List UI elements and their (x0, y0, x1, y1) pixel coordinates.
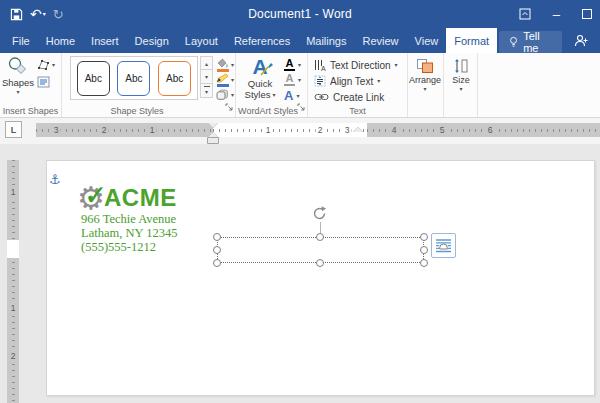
resize-handle-bottom-center[interactable] (316, 259, 324, 267)
shapes-button[interactable]: Shapes ▾ (3, 56, 33, 108)
arrange-icon (416, 58, 434, 74)
shape-style-option-2[interactable]: Abc (117, 61, 150, 96)
ribbon-display-options-icon (519, 8, 531, 20)
ruler-number: 4 (390, 125, 399, 135)
ruler-number: 3 (343, 125, 352, 135)
tab-review[interactable]: Review (355, 28, 407, 53)
group-label-wordart-styles: WordArt Styles (236, 106, 300, 116)
text-outline-icon: A (286, 73, 294, 83)
shape-outline-button[interactable]: ▾ (216, 73, 234, 86)
document-canvas: 1 1 2 ⚓ ⚙ ✓ ACME 966 Techie Avenue Latha… (0, 144, 600, 403)
resize-handle-bottom-left[interactable] (213, 259, 221, 267)
gallery-scroll-up-button[interactable]: ▴ (200, 56, 213, 70)
create-link-label: Create Link (333, 92, 384, 103)
tab-insert[interactable]: Insert (83, 28, 127, 53)
align-text-button[interactable]: Align Text ▾ (314, 74, 380, 88)
scroll-down-icon: ▾ (205, 73, 208, 80)
maximize-button[interactable] (582, 9, 592, 19)
quick-styles-label-line1: Quick (248, 78, 272, 89)
ruler-zone: L 3 2 1 1 2 3 4 5 6 (0, 118, 600, 144)
anchor-icon[interactable]: ⚓ (49, 173, 61, 186)
resize-handle-middle-right[interactable] (420, 246, 428, 254)
redo-button[interactable]: ↻ (53, 8, 64, 21)
brush-icon (259, 61, 275, 77)
sign-in-button[interactable] (562, 28, 600, 53)
dropdown-caret-icon: ▾ (298, 62, 301, 68)
quick-styles-button[interactable]: A Quick Styles▾ (240, 56, 280, 110)
text-direction-button[interactable]: A Text Direction ▾ (314, 58, 398, 72)
lightbulb-icon (509, 35, 518, 49)
text-outline-button[interactable]: A ▾ (284, 73, 301, 86)
rotation-handle[interactable] (311, 205, 328, 222)
address-line: 966 Techie Avenue (81, 212, 177, 226)
redo-icon: ↻ (53, 8, 64, 21)
gallery-scroll-down-button[interactable]: ▾ (200, 70, 213, 84)
shape-fill-accent (217, 69, 229, 72)
rotate-icon (311, 205, 328, 222)
resize-handle-middle-left[interactable] (213, 246, 221, 254)
document-page[interactable]: ⚓ ⚙ ✓ ACME 966 Techie Avenue Latham, NY … (46, 160, 595, 396)
indent-markers (207, 123, 219, 145)
quick-styles-label-line2: Styles (245, 89, 271, 100)
resize-handle-top-right[interactable] (420, 233, 428, 241)
minimize-button[interactable]: – (553, 8, 560, 21)
tab-format[interactable]: Format (446, 28, 497, 53)
save-button[interactable] (10, 8, 23, 21)
ribbon-tab-bar: File Home Insert Design Layout Reference… (0, 28, 600, 53)
create-link-button[interactable]: Create Link (314, 90, 384, 104)
dropdown-caret-icon: ▾ (298, 77, 301, 83)
tab-file[interactable]: File (4, 28, 38, 53)
ruler-number: 5 (438, 125, 447, 135)
gallery-more-button[interactable]: ▾ (200, 84, 213, 98)
right-indent-marker[interactable] (353, 127, 363, 132)
left-indent-marker[interactable] (208, 138, 218, 143)
size-button[interactable]: Size ▾ (445, 56, 477, 112)
text-fill-button[interactable]: A ▾ (284, 58, 301, 71)
text-direction-label: Text Direction (330, 60, 391, 71)
text-fill-icon: A (286, 58, 294, 68)
shape-style-option-1[interactable]: Abc (77, 61, 110, 96)
dropdown-caret-icon: ▾ (377, 78, 380, 84)
ribbon-group-wordart-styles: A Quick Styles▾ A ▾ A ▾ A ▾ WordArt Styl… (236, 53, 308, 117)
shape-fill-icon (216, 58, 229, 68)
resize-handle-top-left[interactable] (213, 233, 221, 241)
tab-home[interactable]: Home (38, 28, 83, 53)
chain-link-icon (314, 93, 329, 101)
tab-mailings[interactable]: Mailings (298, 28, 354, 53)
layout-options-button[interactable] (431, 233, 456, 258)
wordart-quick-styles-icon: A (252, 56, 267, 78)
tab-selector-button[interactable]: L (5, 121, 22, 138)
tab-view[interactable]: View (407, 28, 447, 53)
first-line-indent-marker[interactable] (208, 123, 218, 128)
address-block[interactable]: 966 Techie Avenue Latham, NY 12345 (555)… (81, 212, 177, 254)
ribbon: Shapes ▾ ▾ Insert Shapes Abc Abc Abc ▴ ▾ (0, 53, 600, 118)
vertical-ruler[interactable]: 1 1 2 (7, 160, 19, 403)
tell-me-box[interactable]: Tell me (499, 31, 562, 53)
resize-handle-bottom-right[interactable] (420, 259, 428, 267)
draw-text-box-button[interactable] (37, 76, 50, 88)
shape-styles-dialog-launcher[interactable] (225, 97, 233, 115)
tab-design[interactable]: Design (127, 28, 177, 53)
hanging-indent-marker[interactable] (208, 132, 218, 137)
ribbon-display-options-button[interactable] (519, 8, 531, 20)
dialog-launcher-icon (297, 103, 305, 111)
resize-handle-top-center[interactable] (316, 233, 324, 241)
shape-fill-button[interactable]: ▾ (216, 58, 234, 71)
undo-button[interactable]: ↶ ▾ (30, 7, 46, 21)
shape-style-option-3[interactable]: Abc (158, 61, 191, 96)
edit-shape-button[interactable]: ▾ (37, 59, 55, 71)
tell-me-label: Tell me (523, 30, 552, 54)
more-icon (204, 86, 210, 87)
tab-references[interactable]: References (226, 28, 298, 53)
group-label-shape-styles: Shape Styles (62, 106, 212, 116)
ruler-number: 2 (100, 125, 109, 135)
arrange-button[interactable]: Arrange ▾ (409, 56, 441, 112)
tab-layout[interactable]: Layout (177, 28, 226, 53)
ruler-number: 3 (52, 125, 61, 135)
gallery-scroll-strip: ▴ ▾ ▾ (200, 56, 213, 98)
save-icon (10, 8, 23, 21)
horizontal-ruler[interactable]: 3 2 1 1 2 3 4 5 6 (36, 123, 600, 137)
wordart-styles-dialog-launcher[interactable] (297, 97, 305, 115)
ruler-number: 1 (7, 188, 19, 197)
align-text-label: Align Text (330, 76, 373, 87)
